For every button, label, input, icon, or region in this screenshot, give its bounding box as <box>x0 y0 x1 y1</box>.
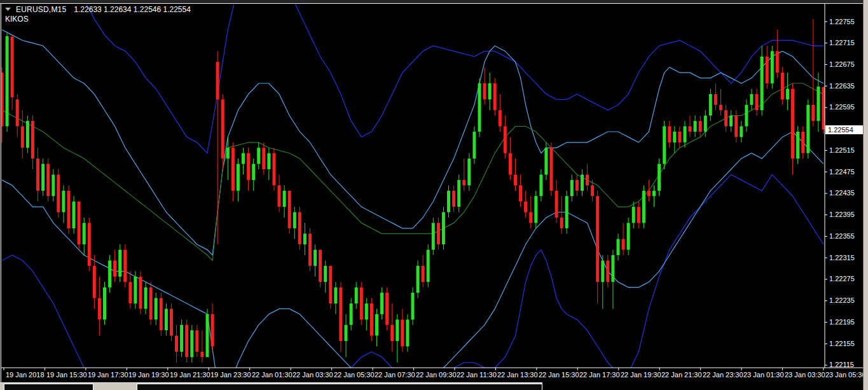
ohlc-readout: 1.22633 1.22634 1.22546 1.22554 <box>74 5 191 14</box>
price-axis-label: 1.22395 <box>829 211 855 219</box>
mt4-chart-window: EURUSD,M151.22633 1.22634 1.22546 1.2255… <box>0 0 868 390</box>
time-axis-label: 19 Jan 21:30 <box>170 371 210 379</box>
chart-dropdown-icon[interactable] <box>5 4 11 13</box>
price-axis-label: 1.22115 <box>829 361 854 369</box>
price-axis-label: 1.22675 <box>829 60 855 69</box>
time-axis-label: 19 Jan 2018 <box>6 371 45 379</box>
time-axis-label: 23 Jan 01:30 <box>743 371 784 379</box>
price-axis-label: 1.22235 <box>829 296 855 305</box>
time-axis-label: 23 Jan 03:30 <box>785 371 825 379</box>
window-right-border <box>864 0 868 390</box>
time-axis-label: 19 Jan 23:30 <box>210 371 251 379</box>
background-window-edge[interactable] <box>4 384 93 390</box>
time-axis-label: 22 Jan 17:30 <box>579 371 620 379</box>
time-axis-label: 22 Jan 07:30 <box>375 371 415 379</box>
window-top-highlight <box>0 3 868 4</box>
time-axis-label: 22 Jan 21:30 <box>661 371 702 379</box>
time-axis-label: 22 Jan 09:30 <box>416 371 457 379</box>
chart-header: EURUSD,M151.22633 1.22634 1.22546 1.2255… <box>5 5 191 14</box>
time-axis-label: 22 Jan 01:30 <box>252 371 293 379</box>
time-axis-label: 23 Jan 05:30 <box>825 371 866 379</box>
indicator-name-label: KIKOS <box>5 15 29 24</box>
time-axis-label: 22 Jan 13:30 <box>497 371 538 379</box>
time-axis-label: 22 Jan 23:30 <box>703 371 743 379</box>
price-axis-label: 1.22475 <box>829 168 855 176</box>
time-axis-label: 19 Jan 19:30 <box>128 371 169 379</box>
time-axis-label: 19 Jan 15:30 <box>46 371 87 379</box>
price-axis-label: 1.22275 <box>829 275 855 283</box>
chart-canvas[interactable] <box>0 0 868 390</box>
price-axis-label: 1.22635 <box>829 82 855 90</box>
price-axis-label: 1.22315 <box>829 254 855 262</box>
time-axis-label: 22 Jan 11:30 <box>457 371 497 379</box>
price-axis-label: 1.22435 <box>829 189 855 197</box>
background-window-edge[interactable] <box>137 384 542 390</box>
symbol-period-label: EURUSD,M15 <box>16 5 66 14</box>
time-axis-label: 22 Jan 15:30 <box>539 371 579 379</box>
price-axis-label: 1.22195 <box>829 318 855 326</box>
price-axis-label: 1.22595 <box>829 103 855 111</box>
price-axis-label: 1.22515 <box>829 146 855 155</box>
price-axis-label: 1.22155 <box>829 340 855 348</box>
time-axis-label: 22 Jan 19:30 <box>621 371 661 379</box>
time-axis-label: 22 Jan 05:30 <box>334 371 375 379</box>
price-axis-label: 1.22355 <box>829 232 855 240</box>
price-axis-label: 1.22755 <box>829 18 855 26</box>
time-axis-label: 19 Jan 17:30 <box>88 371 128 379</box>
price-axis-label: 1.22715 <box>829 39 855 47</box>
current-price-tag: 1.22554 <box>825 125 864 134</box>
window-left-highlight <box>1 4 1 383</box>
time-axis-label: 22 Jan 03:30 <box>293 371 333 379</box>
